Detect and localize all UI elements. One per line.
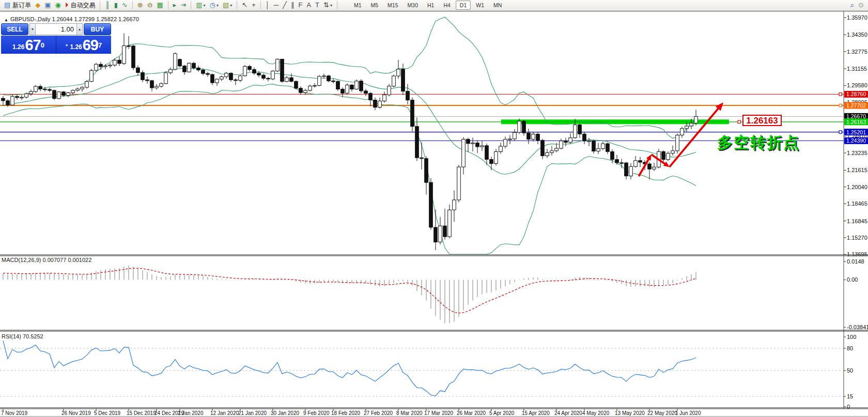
svg-text:12 Jan 2020: 12 Jan 2020 <box>210 410 239 416</box>
svg-text:1.13695: 1.13695 <box>847 251 867 257</box>
svg-text:-0.038415: -0.038415 <box>847 324 868 330</box>
buy-price-big: 69 <box>83 37 98 53</box>
svg-text:5 Apr 2020: 5 Apr 2020 <box>489 410 515 416</box>
svg-text:0.00: 0.00 <box>847 276 858 283</box>
sell-button[interactable]: SELL <box>1 23 28 35</box>
svg-text:1.27702: 1.27702 <box>846 102 866 109</box>
svg-text:18 Feb 2020: 18 Feb 2020 <box>331 410 361 416</box>
chart-window-icon: ▲ <box>4 18 8 22</box>
svg-text:15 Dec 2019: 15 Dec 2019 <box>127 410 156 416</box>
volume-spinner: ▼ ▲ <box>29 23 83 35</box>
svg-text:1.20040: 1.20040 <box>847 184 867 190</box>
svg-text:1.15270: 1.15270 <box>847 235 867 241</box>
chart-window-title: ▲GBPUSD-,Daily 1.26044 1.27299 1.25822 1… <box>4 16 139 22</box>
svg-text:17 Mar 2020: 17 Mar 2020 <box>424 410 454 416</box>
svg-text:30 Jan 2020: 30 Jan 2020 <box>271 410 299 416</box>
svg-text:1.28760: 1.28760 <box>846 91 866 97</box>
sell-price-sup: 0 <box>41 41 44 49</box>
svg-text:9 Feb 2020: 9 Feb 2020 <box>303 410 330 416</box>
svg-text:7 Nov 2019: 7 Nov 2019 <box>1 410 28 416</box>
svg-text:1.21615: 1.21615 <box>847 167 867 173</box>
spread-marker-icon: ◆ <box>66 43 68 47</box>
mt4-application-window: ▤新订单◆▣◉⏵自动交易║▮∿⊕⊖▦▸⇥▥▾◷▾▧▾↖+│─╱∥FAT⇅▾ M1… <box>0 0 868 417</box>
svg-text:1.24390: 1.24390 <box>846 137 866 144</box>
price-display: 1.26670 ◆ 1.26697 <box>1 36 111 54</box>
svg-text:1.31155: 1.31155 <box>847 66 867 72</box>
svg-text:1.26163: 1.26163 <box>846 119 866 125</box>
price-annotation-label[interactable]: 1.26163 <box>742 115 782 126</box>
svg-text:8 Mar 2020: 8 Mar 2020 <box>396 410 423 416</box>
buy-price-main: 1.26 <box>70 43 82 51</box>
svg-text:1.25201: 1.25201 <box>846 129 866 135</box>
svg-text:21 Jan 2020: 21 Jan 2020 <box>238 410 267 416</box>
macd-label: MACD(12,26,9) 0.007077 0.001022 <box>2 257 91 263</box>
buy-price-sup: 7 <box>98 41 102 49</box>
svg-text:24 Apr 2020: 24 Apr 2020 <box>554 410 582 416</box>
svg-text:1.18465: 1.18465 <box>847 200 867 207</box>
svg-text:15 Apr 2020: 15 Apr 2020 <box>522 410 550 416</box>
svg-text:5 Dec 2019: 5 Dec 2019 <box>94 410 121 416</box>
svg-text:0.0148: 0.0148 <box>847 258 864 265</box>
svg-text:1.16845: 1.16845 <box>847 218 867 224</box>
svg-text:1 Jun 2020: 1 Jun 2020 <box>675 410 701 416</box>
volume-decrease-button[interactable]: ▼ <box>29 23 36 35</box>
svg-text:1.23235: 1.23235 <box>847 150 867 156</box>
svg-text:15: 15 <box>847 393 853 399</box>
svg-text:4 May 2020: 4 May 2020 <box>582 410 610 416</box>
svg-text:1.34350: 1.34350 <box>847 32 867 38</box>
sell-price-main: 1.26 <box>12 43 24 51</box>
svg-text:100: 100 <box>847 334 856 340</box>
chart-annotation-text[interactable]: 多空转折点 <box>717 132 800 153</box>
one-click-trading-panel: SELL ▼ ▲ BUY 1.26670 ◆ 1.26697 <box>1 23 111 54</box>
buy-price[interactable]: ◆ 1.26697 <box>56 36 111 54</box>
svg-text:1.29580: 1.29580 <box>847 82 867 88</box>
svg-text:1.35970: 1.35970 <box>847 14 867 21</box>
svg-text:22 May 2020: 22 May 2020 <box>647 410 677 416</box>
svg-text:80: 80 <box>847 345 853 351</box>
svg-text:26 Nov 2019: 26 Nov 2019 <box>61 410 91 416</box>
chart-canvas[interactable]: 0.01480.00-0.03841510080501501.359701.34… <box>0 0 868 417</box>
svg-text:26 Mar 2020: 26 Mar 2020 <box>457 410 486 416</box>
buy-button[interactable]: BUY <box>84 23 111 35</box>
svg-text:1.32775: 1.32775 <box>847 49 867 55</box>
svg-text:13 May 2020: 13 May 2020 <box>615 410 645 416</box>
volume-increase-button[interactable]: ▲ <box>76 23 83 35</box>
svg-text:50: 50 <box>847 367 853 374</box>
sell-price[interactable]: 1.26670 <box>1 36 56 54</box>
volume-input[interactable] <box>36 23 76 35</box>
chart-ohlc-text: GBPUSD-,Daily 1.26044 1.27299 1.25822 1.… <box>10 16 139 22</box>
svg-text:27 Feb 2020: 27 Feb 2020 <box>364 410 393 416</box>
svg-text:2 Jan 2020: 2 Jan 2020 <box>178 410 204 416</box>
rsi-label: RSI(14) 70.5252 <box>2 333 43 339</box>
sell-price-big: 67 <box>25 37 40 53</box>
